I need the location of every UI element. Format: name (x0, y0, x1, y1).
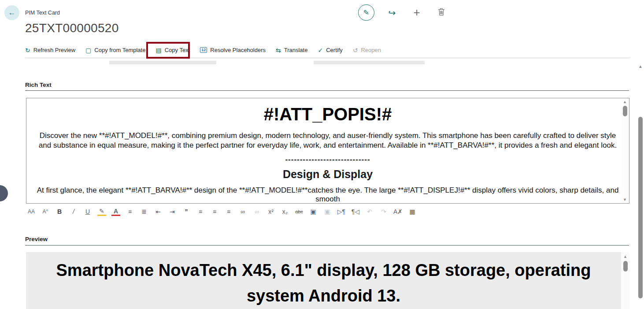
rich-text-separator: ----------------------------- (26, 155, 629, 164)
back-arrow-icon: ← (8, 8, 16, 17)
page-scrollbar[interactable]: ▲ (637, 62, 644, 309)
rich-text-section-label: Rich Text (25, 82, 52, 88)
new-button[interactable]: + (410, 6, 424, 19)
indent-icon[interactable]: ⇥ (168, 207, 177, 216)
bullet-list-icon[interactable]: ≡ (126, 207, 134, 216)
preview-divider (25, 245, 629, 246)
font-color-icon[interactable]: A (111, 208, 120, 216)
action-label: Refresh Preview (33, 47, 75, 53)
align-left-icon[interactable]: ≡ (196, 207, 205, 216)
placeholder-12-icon: 12 (200, 47, 207, 53)
preview-text: Smartphone NovaTech X45, 6.1" display, 1… (44, 257, 603, 309)
editor-toolbar: AA A° B / U ✎ A ≡ ≣ ⇤ ⇥ ” ≡ ≡ ≡ ∞ ∞ x² x… (27, 205, 417, 218)
bold-icon[interactable]: B (55, 207, 64, 216)
scroll-down-icon[interactable]: ▼ (623, 197, 627, 203)
preview-scrollbar[interactable]: ▲ (621, 252, 629, 309)
trash-icon (438, 10, 445, 17)
refresh-icon: ↻ (25, 47, 30, 54)
preview-area: Smartphone NovaTech X45, 6.1" display, 1… (26, 252, 621, 309)
back-button[interactable]: ← (4, 5, 19, 20)
remove-link-icon: ∞ (252, 207, 261, 216)
pencil-icon: ✎ (363, 8, 369, 17)
font-size-icon[interactable]: A° (41, 207, 50, 216)
page-command-icons: ✎ ↪ + (358, 4, 448, 21)
rich-text-paragraph: Discover the new **#!ATT_MODEL!#**, comb… (35, 131, 621, 150)
plus-icon: + (413, 6, 420, 19)
action-label: Copy from Template (94, 47, 145, 53)
align-center-icon[interactable]: ≡ (210, 207, 219, 216)
rich-text-paragraph: At first glance, the elegant **#!ATT_BAR… (32, 186, 624, 204)
action-label: Translate (284, 47, 308, 53)
skeleton-bar (109, 61, 216, 64)
skeleton-bar (314, 61, 425, 64)
copy-from-template-button[interactable]: ▢ Copy from Template (85, 47, 145, 54)
pim-text-card-page: ← PIM Text Card ✎ ↪ + 25TXT00000520 ↻ Re… (0, 0, 644, 309)
redo-icon: ↷ (379, 207, 388, 216)
page-caption: PIM Text Card (25, 10, 60, 16)
reopen-icon: ↺ (353, 47, 358, 54)
certify-button[interactable]: ✓ Certify (318, 47, 342, 54)
refresh-preview-button[interactable]: ↻ Refresh Preview (25, 47, 75, 54)
reopen-button: ↺ Reopen (353, 47, 381, 54)
action-bar: ↻ Refresh Preview ▢ Copy from Template ▤… (25, 42, 630, 58)
editor-scrollbar-thumb[interactable] (623, 106, 627, 116)
scroll-up-icon[interactable]: ▲ (637, 64, 644, 69)
font-name-icon[interactable]: AA (27, 207, 36, 216)
checkmark-icon: ✓ (318, 47, 323, 54)
italic-icon[interactable]: / (69, 207, 78, 216)
copy-template-icon: ▢ (85, 47, 91, 54)
image-options-icon: ▣ (323, 207, 332, 216)
action-label: Resolve Placeholders (210, 47, 266, 53)
insert-table-icon[interactable]: ▦ (408, 207, 417, 216)
highlight-icon[interactable]: ✎ (97, 208, 106, 216)
rich-text-divider (25, 90, 629, 91)
action-label: Reopen (361, 47, 381, 53)
scroll-up-icon[interactable]: ▲ (623, 253, 627, 260)
undo-icon: ↶ (365, 207, 374, 216)
right-to-left-icon[interactable]: ¶◁ (351, 207, 360, 216)
action-label: Certify (326, 47, 343, 53)
page-title: 25TXT00000520 (25, 21, 119, 35)
rich-text-content: #!ATT_POPIS!# Discover the new **#!ATT_M… (26, 104, 629, 204)
editor-scrollbar[interactable]: ▲ ▼ (621, 99, 629, 203)
copy-text-icon: ▤ (155, 47, 161, 54)
rich-text-subheading: Design & Display (26, 168, 629, 181)
translate-button[interactable]: ⇆ Translate (276, 47, 307, 54)
preview-scrollbar-thumb[interactable] (623, 261, 628, 272)
subscript-icon[interactable]: x₂ (281, 207, 289, 216)
page-scrollbar-thumb[interactable] (638, 117, 643, 298)
left-to-right-icon[interactable]: ▷¶ (337, 207, 346, 216)
share-icon: ↪ (389, 8, 396, 18)
translate-icon: ⇆ (276, 47, 281, 54)
clear-format-icon[interactable]: A✗ (393, 207, 403, 216)
superscript-icon[interactable]: x² (266, 207, 275, 216)
action-label: Copy Text (165, 47, 190, 53)
copy-text-button[interactable]: ▤ Copy Text (155, 47, 190, 54)
numbered-list-icon[interactable]: ≣ (140, 207, 148, 216)
edit-button[interactable]: ✎ (358, 4, 374, 21)
align-right-icon[interactable]: ≡ (224, 207, 233, 216)
preview-section-label: Preview (25, 236, 48, 242)
underline-icon[interactable]: U (83, 207, 92, 216)
rich-text-heading: #!ATT_POPIS!# (26, 104, 629, 124)
rich-text-editor[interactable]: #!ATT_POPIS!# Discover the new **#!ATT_M… (26, 98, 629, 204)
share-button[interactable]: ↪ (385, 7, 399, 18)
resolve-placeholders-button[interactable]: 12 Resolve Placeholders (200, 47, 266, 53)
strikethrough-icon[interactable]: abc (295, 207, 303, 216)
delete-button[interactable] (434, 7, 448, 18)
insert-image-icon[interactable]: ▣ (309, 207, 318, 216)
scroll-up-icon[interactable]: ▲ (623, 99, 627, 105)
insert-link-icon[interactable]: ∞ (238, 207, 247, 216)
blockquote-icon[interactable]: ” (182, 207, 191, 216)
side-panel-handle[interactable] (0, 185, 8, 201)
outdent-icon[interactable]: ⇤ (154, 207, 163, 216)
